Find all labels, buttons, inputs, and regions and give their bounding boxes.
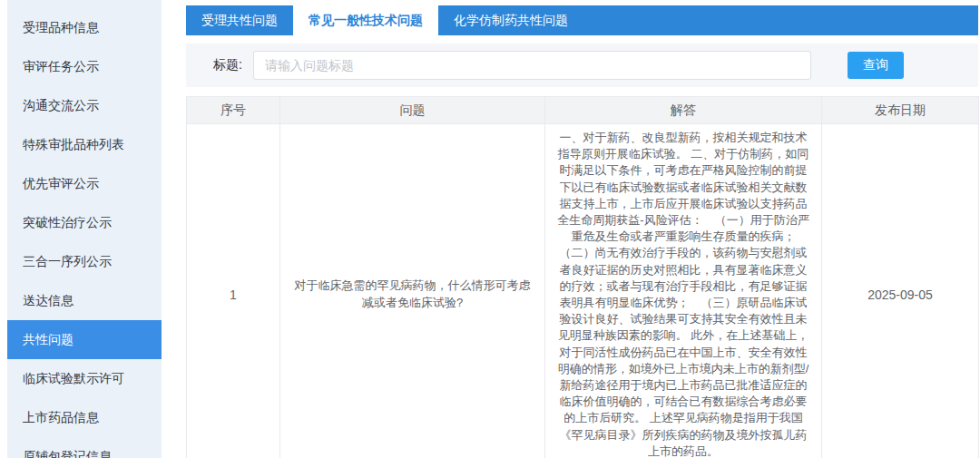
- header-answer: 解答: [545, 97, 822, 124]
- header-index: 序号: [187, 97, 280, 124]
- qa-table: 序号 问题 解答 发布日期 1 对于临床急需的罕见病药物，什么情形可考虑减或者免…: [186, 96, 979, 458]
- sidebar-item-special-approval[interactable]: 特殊审批品种列表: [7, 125, 162, 164]
- sidebar-item-three-in-one[interactable]: 三合一序列公示: [7, 242, 162, 281]
- sidebar-item-common-questions[interactable]: 共性问题: [7, 320, 162, 359]
- sidebar-item-communication[interactable]: 沟通交流公示: [7, 86, 162, 125]
- sidebar-item-review-tasks[interactable]: 审评任务公示: [7, 47, 162, 86]
- sidebar-item-marketed-drug-info[interactable]: 上市药品信息: [7, 398, 162, 437]
- tab-chemical-generic-common-questions[interactable]: 化学仿制药共性问题: [438, 5, 583, 35]
- table-row: 1 对于临床急需的罕见病药物，什么情形可考虑减或者免临床试验? 一、对于新药、改…: [187, 124, 979, 458]
- title-search-input[interactable]: [253, 51, 811, 80]
- sidebar-item-priority-review[interactable]: 优先审评公示: [7, 164, 162, 203]
- row-question: 对于临床急需的罕见病药物，什么情形可考虑减或者免临床试验?: [280, 124, 545, 458]
- sidebar-item-delivery-info[interactable]: 送达信息: [7, 281, 162, 320]
- search-panel: 标题: 查询: [186, 44, 978, 87]
- table-header-row: 序号 问题 解答 发布日期: [187, 97, 979, 124]
- sidebar: 受理品种信息 审评任务公示 沟通交流公示 特殊审批品种列表 优先审评公示 突破性…: [7, 0, 162, 458]
- query-button[interactable]: 查询: [848, 52, 904, 79]
- sidebar-item-excipient-registration[interactable]: 原辅包登记信息: [7, 437, 162, 458]
- row-answer: 一、对于新药、改良型新药，按相关规定和技术指导原则开展临床试验。 二、对于仿制药…: [545, 124, 822, 458]
- row-publish-date: 2025-09-05: [822, 124, 979, 458]
- sidebar-item-clinical-trial-implied-license[interactable]: 临床试验默示许可: [7, 359, 162, 398]
- row-index: 1: [187, 124, 280, 458]
- sidebar-item-accepted-varieties[interactable]: 受理品种信息: [7, 8, 162, 47]
- title-search-label: 标题:: [213, 57, 242, 73]
- main-content: 受理共性问题 常见一般性技术问题 化学仿制药共性问题 标题: 查询 序号 问题 …: [186, 0, 978, 458]
- header-publish-date: 发布日期: [822, 97, 979, 124]
- tab-acceptance-common-questions[interactable]: 受理共性问题: [186, 5, 293, 35]
- header-question: 问题: [280, 97, 545, 124]
- sidebar-item-breakthrough-therapy[interactable]: 突破性治疗公示: [7, 203, 162, 242]
- tab-general-technical-questions[interactable]: 常见一般性技术问题: [293, 5, 438, 35]
- tab-bar: 受理共性问题 常见一般性技术问题 化学仿制药共性问题: [186, 5, 978, 35]
